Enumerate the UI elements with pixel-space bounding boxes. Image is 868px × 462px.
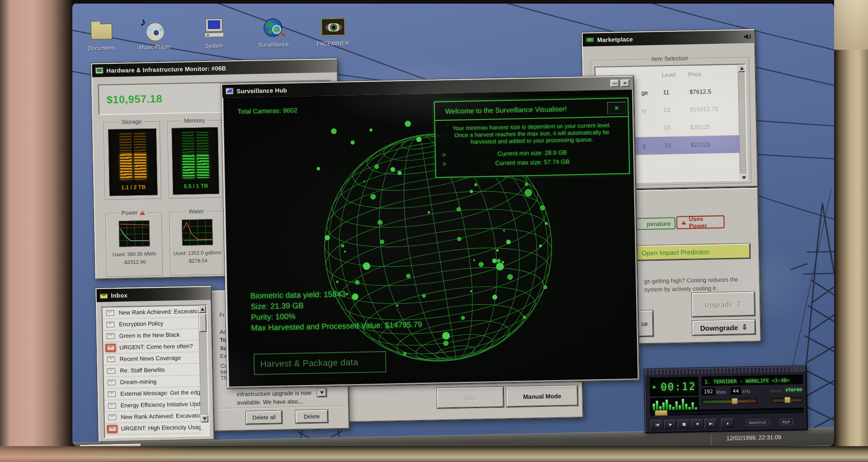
previous-button[interactable]: |◀ — [651, 420, 663, 429]
time-display: ▶ 00:12 — [650, 377, 698, 396]
mk-price: $7612.5 — [689, 88, 711, 95]
desktop-icon-system[interactable]: System — [193, 17, 236, 50]
cd-icon — [146, 23, 165, 42]
crt-photo-stage: Documents ♪ Music Player System Surveill… — [0, 0, 868, 462]
delete-button[interactable]: Delete — [295, 410, 328, 423]
close-button[interactable]: × — [621, 79, 630, 87]
monitor-icon — [95, 67, 104, 74]
storage-label: Storage — [119, 119, 144, 125]
scroll-up-button[interactable] — [199, 305, 207, 313]
mk-price: $15913.75 — [690, 105, 718, 113]
email-field-stub: Ad — [220, 329, 226, 335]
bezel-corner — [834, 0, 868, 50]
upgrade-button[interactable]: Upgrade⇧ — [692, 292, 755, 317]
min-size-row: > Current min size: 28.9 GB — [436, 148, 629, 158]
balance-thumb[interactable] — [784, 397, 791, 404]
envelope-icon — [105, 320, 115, 329]
inbox-item[interactable]: URGENT: High Electricity Usage — [105, 422, 201, 435]
mk-level: 13 — [663, 106, 670, 114]
hardware-title: Hardware & Infrastructure Monitor: #06B — [106, 65, 226, 74]
volume-thumb[interactable] — [731, 398, 738, 405]
desktop: Documents ♪ Music Player System Surveill… — [72, 3, 834, 446]
harvest-stats: Biometric data yield: 15843Size: 21.39 G… — [250, 287, 422, 333]
envelope-icon — [106, 367, 116, 375]
email-dropdown-button[interactable] — [317, 388, 327, 397]
max-size-value: Current max size: 57.74 GB — [495, 158, 570, 167]
pause-button[interactable]: ▮▮ — [678, 419, 690, 429]
player-close-button[interactable] — [800, 368, 804, 371]
downgrade-button[interactable]: Downgrade⇩ — [692, 319, 755, 336]
power-warning-icon — [140, 210, 146, 215]
mk-level: 11 — [663, 89, 670, 96]
storage-gauge: 1.1 / 2 TB — [108, 129, 158, 196]
eject-button[interactable]: ▲ — [721, 418, 734, 428]
mk-price: $21225 — [690, 141, 711, 148]
seek-thumb[interactable] — [655, 410, 668, 416]
play-button[interactable]: ▶ — [664, 419, 677, 429]
envelope-icon — [105, 332, 116, 340]
bitrate-unit: kbps — [716, 389, 726, 395]
skip-button[interactable]: Skip — [437, 387, 504, 409]
bezel-top — [0, 0, 868, 4]
desktop-icon-faceminer[interactable]: FACEMINER — [311, 15, 354, 48]
balance-value: $10,957.18 — [106, 92, 162, 106]
email-field-stub: Fr — [219, 312, 225, 319]
next-button[interactable]: ▶| — [704, 419, 717, 428]
bullet-icon: > — [442, 151, 446, 158]
memory-gauge: 0.5 / 1 TB — [172, 127, 219, 195]
water-used: Used: 1352.0 gallons — [170, 249, 224, 256]
bezel-bottom — [0, 446, 868, 462]
mail-subject: Dream-mining — [120, 378, 157, 386]
inbox-titlebar[interactable]: Inbox — [96, 287, 211, 302]
manual-mode-button[interactable]: Manual Mode — [506, 385, 578, 407]
volume-slider[interactable] — [702, 398, 757, 404]
harvest-package-button[interactable]: Harvest & Package data — [254, 351, 387, 375]
delete-all-button[interactable]: Delete all — [246, 411, 283, 424]
water-label: Water — [186, 208, 206, 215]
envelope-icon — [106, 355, 116, 363]
surveillance-window-icon — [226, 88, 234, 95]
inbox-list: New Rank Achieved: Excavato...Encryption… — [101, 305, 209, 438]
triangle-up-icon — [201, 308, 204, 310]
surveillance-title: Surveillance Hub — [236, 86, 287, 95]
player-shade-button[interactable] — [796, 368, 799, 371]
marketplace-titlebar[interactable]: Marketplace — [583, 30, 755, 46]
desktop-icon-surveillance[interactable]: Surveillance — [252, 16, 295, 49]
mk-level: 15 — [664, 124, 670, 131]
storage-panel: Storage 1.1 / 2 TB — [104, 121, 161, 200]
desktop-icon-music-player[interactable]: ♪ Music Player — [133, 19, 177, 51]
icon-label: Music Player — [134, 43, 177, 51]
bitrate-value: 192 — [702, 388, 715, 395]
column-header-price: Price — [688, 71, 701, 78]
speaker-icon[interactable] — [744, 33, 751, 40]
mail-subject: URGENT: Come here often? — [119, 343, 193, 351]
column-header-level: Level — [662, 71, 676, 78]
scroll-up-button[interactable] — [738, 65, 746, 72]
folder-icon — [91, 24, 113, 40]
minimize-button[interactable]: — — [610, 80, 619, 87]
player-minimize-button[interactable] — [791, 368, 795, 371]
min-size-value: Current min size: 28.9 GB — [497, 149, 567, 157]
mail-subject: URGENT: High Electricity Usage — [121, 424, 201, 432]
scroll-down-button[interactable] — [201, 415, 209, 423]
icon-label: System — [193, 43, 236, 50]
track-display[interactable]: 1. TEKRIDER - WORKLIFE <3:48> — [702, 375, 803, 386]
track-title: 1. TEKRIDER - WORKLIFE <3:48> — [704, 377, 789, 385]
mk-price: $28225 — [690, 123, 711, 130]
computer-icon — [206, 19, 222, 32]
desktop-icon-documents[interactable]: Documents — [80, 19, 123, 52]
inbox-title: Inbox — [111, 291, 127, 299]
stop-button[interactable]: ■ — [691, 419, 703, 429]
mk-name: ge — [641, 89, 648, 96]
samplerate-value: 44 — [731, 387, 741, 395]
dialog-close-button[interactable]: × — [607, 102, 626, 114]
triangle-down-icon — [203, 417, 207, 420]
scrollbar-thumb[interactable] — [199, 314, 207, 332]
taskbar-clock[interactable]: 12/02/1999, 22:31:09 — [710, 430, 797, 445]
balance-slider[interactable] — [772, 397, 802, 403]
storage-value: 1.1 / 2 TB — [110, 184, 157, 191]
repeat-toggle[interactable]: REP — [779, 419, 793, 425]
bezel-right — [834, 0, 868, 462]
scroll-down-button[interactable] — [740, 174, 748, 182]
shuffle-toggle[interactable]: SHUFFLE — [746, 419, 769, 426]
